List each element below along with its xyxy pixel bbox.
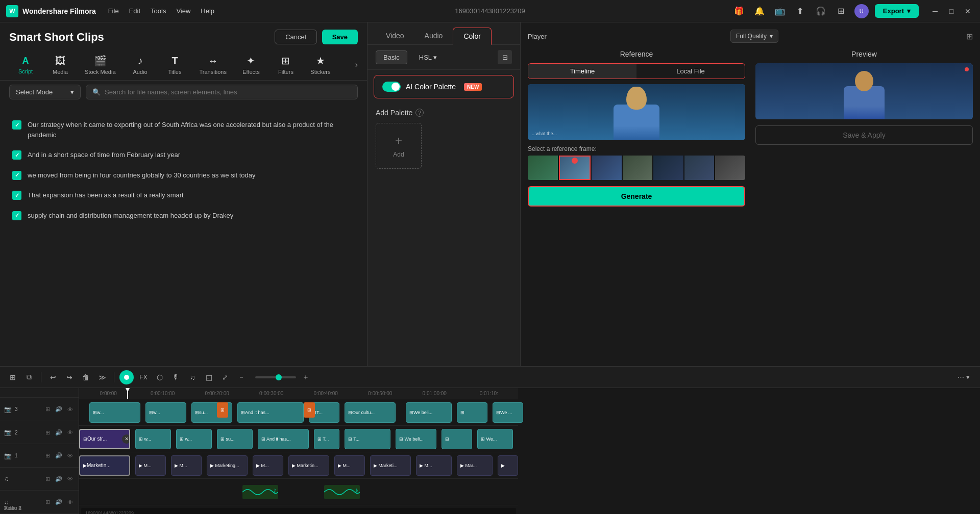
menu-edit[interactable]: Edit xyxy=(129,7,140,15)
tool-stickers[interactable]: ★ Stickers xyxy=(304,52,337,78)
video3-speaker[interactable]: 🔊 xyxy=(54,405,63,414)
audio1-add[interactable]: ⊞ xyxy=(43,474,52,483)
ref-tab-timeline[interactable]: Timeline xyxy=(528,64,636,79)
clip-v1-4[interactable]: ▶ M... xyxy=(253,455,283,476)
clip-v2-6[interactable]: ⊞ T... xyxy=(345,429,390,449)
video1-speaker[interactable]: 🔊 xyxy=(54,451,63,460)
menu-view[interactable]: View xyxy=(176,7,190,15)
clip-v3-7[interactable]: ⊞ We beli... xyxy=(406,402,452,423)
clip-v3-8[interactable]: ⊞ xyxy=(457,402,487,423)
zoom-slider[interactable] xyxy=(255,376,296,378)
tab-hsl[interactable]: HSL ▾ xyxy=(411,50,445,64)
clip-v3-4[interactable]: ⊞ And it has... xyxy=(237,402,304,423)
maximize-button[interactable]: □ xyxy=(945,5,958,17)
frame-cell-4[interactable] xyxy=(623,156,653,180)
tab-video[interactable]: Video xyxy=(376,28,414,44)
clip-v1-1[interactable]: ▶ M... xyxy=(135,455,166,476)
video1-add[interactable]: ⊞ xyxy=(43,451,52,460)
clip-v1-2[interactable]: ▶ M... xyxy=(171,455,202,476)
clip-v1-3[interactable]: ▶ Marketing... xyxy=(207,455,248,476)
ref-tab-local-file[interactable]: Local File xyxy=(636,64,745,79)
gift-icon[interactable]: 🎁 xyxy=(732,4,746,18)
undo-icon[interactable]: ↩ xyxy=(46,371,60,384)
audio1-speaker[interactable]: 🔊 xyxy=(54,474,63,483)
checkbox-1[interactable] xyxy=(12,120,21,130)
clip-v1-10[interactable]: ▶ xyxy=(498,455,518,476)
clip-v3-1[interactable]: ⊞ w... xyxy=(89,402,140,423)
monitor-icon[interactable]: 📺 xyxy=(773,4,787,18)
clip-v2-selected[interactable]: ⊞ Our str... ✕ xyxy=(79,429,130,449)
tool-media[interactable]: 🖼 Media xyxy=(44,52,77,78)
clip-v1-7[interactable]: ▶ Marketi... xyxy=(370,455,411,476)
pip-icon[interactable]: ◱ xyxy=(202,371,215,384)
frame-cell-7[interactable] xyxy=(715,156,745,180)
headset-icon[interactable]: 🎧 xyxy=(814,4,828,18)
clip-v2-2[interactable]: ⊞ w... xyxy=(176,429,212,449)
script-item-4[interactable]: That expansion has been as a result of a… xyxy=(9,185,358,205)
clip-v2-1[interactable]: ⊞ w... xyxy=(135,429,171,449)
script-item-2[interactable]: And in a short space of time from Februa… xyxy=(9,145,358,165)
video2-speaker[interactable]: 🔊 xyxy=(54,428,63,437)
frame-cell-3[interactable] xyxy=(592,156,622,180)
fx-icon[interactable]: FX xyxy=(137,371,150,384)
clip-v1-6[interactable]: ▶ M... xyxy=(334,455,365,476)
record-button[interactable] xyxy=(119,370,134,384)
clip-v2-5[interactable]: ⊞ T... xyxy=(314,429,339,449)
more-tools-icon[interactable]: ≫ xyxy=(95,371,109,384)
tool-transitions[interactable]: ↔ Transitions xyxy=(193,52,233,78)
video2-add[interactable]: ⊞ xyxy=(43,428,52,437)
add-track-icon[interactable]: ⊞ xyxy=(6,371,19,384)
shield-icon[interactable]: ⬡ xyxy=(153,371,166,384)
audio2-add[interactable]: ⊞ xyxy=(43,498,52,507)
music-icon[interactable]: ♫ xyxy=(186,371,199,384)
close-button[interactable]: ✕ xyxy=(962,5,974,17)
minimize-button[interactable]: ─ xyxy=(929,5,941,17)
checkbox-5[interactable] xyxy=(12,211,21,220)
redo-icon[interactable]: ↪ xyxy=(63,371,76,384)
checkbox-3[interactable] xyxy=(12,171,21,180)
crop-icon[interactable]: ⤢ xyxy=(218,371,232,384)
add-palette-box[interactable]: + Add xyxy=(376,123,422,169)
tab-basic[interactable]: Basic xyxy=(376,50,407,64)
checkbox-4[interactable] xyxy=(12,191,21,200)
clip-v2-8[interactable]: ⊞ xyxy=(442,429,472,449)
notification-icon[interactable]: 🔔 xyxy=(752,4,767,18)
frame-strip[interactable] xyxy=(528,156,745,180)
tool-filters[interactable]: ⊞ Filters xyxy=(270,52,302,78)
upload-icon[interactable]: ⬆ xyxy=(793,4,807,18)
script-item-3[interactable]: we moved from being in four countries gl… xyxy=(9,165,358,186)
save-button[interactable]: Save xyxy=(322,30,358,44)
generate-button[interactable]: Generate xyxy=(528,186,745,207)
zoom-in-icon[interactable]: ＋ xyxy=(299,371,312,384)
video1-eye[interactable]: 👁 xyxy=(65,451,75,460)
more-button[interactable]: ⋯ ▾ xyxy=(953,371,974,383)
clip-v1-selected[interactable]: ▶ Marketin... xyxy=(79,455,130,476)
group-icon[interactable]: ⧉ xyxy=(22,371,36,384)
script-item-5[interactable]: supply chain and distribution management… xyxy=(9,205,358,226)
checkbox-2[interactable] xyxy=(12,150,21,160)
tool-script[interactable]: A Script xyxy=(9,53,42,78)
audio2-speaker[interactable]: 🔊 xyxy=(54,498,63,507)
video3-add[interactable]: ⊞ xyxy=(43,405,52,414)
toolbar-more-arrow[interactable]: › xyxy=(355,60,358,69)
select-mode-dropdown[interactable]: Select Mode ▾ xyxy=(9,85,81,99)
menu-help[interactable]: Help xyxy=(201,7,214,15)
audio2-eye[interactable]: 👁 xyxy=(65,498,75,507)
clip-v1-9[interactable]: ▶ Mar... xyxy=(457,455,493,476)
menu-tools[interactable]: Tools xyxy=(151,7,166,15)
video2-eye[interactable]: 👁 xyxy=(65,428,75,437)
menu-file[interactable]: File xyxy=(108,7,119,15)
video3-eye[interactable]: 👁 xyxy=(65,405,75,414)
close-clip-btn[interactable]: ✕ xyxy=(122,434,130,444)
clip-v3-2[interactable]: ⊞ w... xyxy=(145,402,186,423)
export-button[interactable]: Export ▾ xyxy=(875,4,919,18)
ai-palette-toggle[interactable] xyxy=(382,82,401,92)
compare-icon[interactable]: ⊟ xyxy=(498,50,512,64)
clip-v1-8[interactable]: ▶ M... xyxy=(416,455,452,476)
grid-view-toggle[interactable]: ⊞ xyxy=(966,32,973,41)
clip-v3-9[interactable]: ⊞ We ... xyxy=(493,402,523,423)
cancel-button[interactable]: Cancel xyxy=(275,30,316,44)
tab-audio[interactable]: Audio xyxy=(414,28,453,44)
quality-select[interactable]: Full Quality ▾ xyxy=(730,30,778,43)
tab-color[interactable]: Color xyxy=(453,28,491,45)
